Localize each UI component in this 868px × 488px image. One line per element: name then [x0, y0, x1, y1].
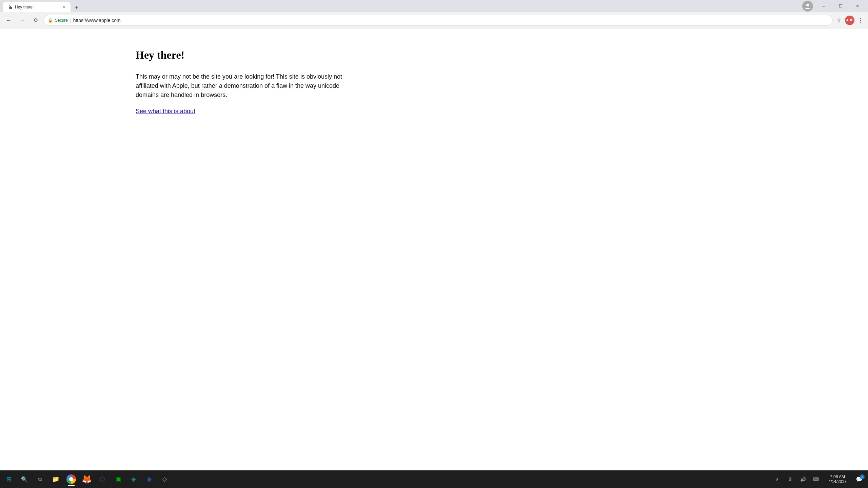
- taskbar-firefox[interactable]: 🦊: [79, 472, 94, 487]
- firefox-icon: 🦊: [82, 474, 92, 484]
- bookmark-button[interactable]: ☆: [834, 16, 844, 25]
- lock-icon: 🔒: [48, 18, 53, 23]
- apple-favicon-icon: [7, 5, 12, 9]
- taskbar-app6[interactable]: ◈: [126, 472, 141, 487]
- app6-icon: ◈: [131, 475, 136, 483]
- reload-button[interactable]: ⟳: [30, 14, 42, 26]
- back-button[interactable]: ←: [3, 14, 15, 26]
- window-controls: ─ ☐ ✕: [816, 1, 865, 11]
- close-button[interactable]: ✕: [850, 1, 865, 11]
- visual-studio-icon: ⬡: [100, 475, 105, 483]
- forward-button[interactable]: →: [16, 14, 28, 26]
- file-explorer-icon: 📁: [52, 475, 59, 483]
- tray-overflow-button[interactable]: ∧: [771, 472, 783, 487]
- secure-label: Secure: [55, 18, 68, 23]
- address-divider: |: [70, 18, 71, 23]
- taskbar-app8[interactable]: ◇: [157, 472, 172, 487]
- page-content: Hey there! This may or may not be the si…: [0, 28, 868, 470]
- taskbar-app-icons: 📁 🦊 ⬡ ▣ ◈ ◉: [48, 472, 172, 487]
- chrome-menu-button[interactable]: ⋮: [856, 16, 865, 25]
- address-url: https://www.apple.com: [73, 18, 121, 23]
- app7-icon: ◉: [146, 475, 152, 483]
- new-tab-button[interactable]: +: [71, 3, 84, 12]
- app5-icon: ▣: [115, 475, 121, 483]
- taskbar-app7[interactable]: ◉: [142, 472, 157, 487]
- keyboard-icon: ⌨: [813, 477, 819, 482]
- clock-date: 4/14/2017: [828, 479, 846, 484]
- tab-strip: Hey there! ✕ +: [3, 0, 801, 12]
- page-paragraph: This may or may not be the site you are …: [136, 72, 353, 100]
- chevron-up-icon: ∧: [776, 477, 779, 482]
- person-icon: [805, 3, 810, 9]
- windows-icon: ⊞: [6, 475, 12, 483]
- notification-badge: 2: [860, 474, 865, 479]
- active-indicator: [68, 485, 75, 486]
- profile-button[interactable]: [802, 1, 813, 12]
- tab-title: Hey there!: [15, 5, 58, 9]
- tab-close-button[interactable]: ✕: [61, 4, 66, 10]
- tab-favicon: [7, 4, 12, 10]
- maximize-button[interactable]: ☐: [833, 1, 848, 11]
- system-tray: ∧ 🖥 🔊 ⌨: [770, 472, 823, 487]
- clock-time: 7:08 AM: [830, 474, 845, 479]
- notification-center-button[interactable]: 💬 2: [852, 472, 867, 487]
- task-view-icon: ⧉: [38, 476, 42, 482]
- taskbar: ⊞ 🔍 ⧉ 📁 🦊 ⬡: [0, 470, 868, 488]
- speaker-icon: 🔊: [800, 476, 806, 482]
- taskbar-file-explorer[interactable]: 📁: [48, 472, 63, 487]
- taskbar-clock[interactable]: 7:08 AM 4/14/2017: [824, 474, 851, 484]
- adblock-button[interactable]: ABP: [845, 16, 854, 25]
- taskbar-search-button[interactable]: 🔍: [17, 472, 32, 487]
- start-button[interactable]: ⊞: [1, 472, 16, 487]
- task-view-button[interactable]: ⧉: [33, 472, 47, 487]
- see-about-link[interactable]: See what this is about: [136, 108, 195, 115]
- taskbar-chrome[interactable]: [64, 472, 79, 487]
- network-icon: 🖥: [788, 476, 792, 482]
- taskbar-app5[interactable]: ▣: [111, 472, 125, 487]
- search-icon: 🔍: [21, 476, 28, 483]
- browser-window: Hey there! ✕ + ─ ☐ ✕ ← → ⟳ 🔒 Secure |: [0, 0, 868, 488]
- app8-icon: ◇: [162, 475, 167, 483]
- tray-keyboard-icon[interactable]: ⌨: [810, 472, 822, 487]
- tray-speaker-icon[interactable]: 🔊: [797, 472, 809, 487]
- chrome-icon: [66, 474, 76, 484]
- title-bar: Hey there! ✕ + ─ ☐ ✕: [0, 0, 868, 12]
- nav-bar: ← → ⟳ 🔒 Secure | https://www.apple.com ☆…: [0, 12, 868, 28]
- svg-point-0: [806, 4, 809, 6]
- tray-network-icon[interactable]: 🖥: [784, 472, 796, 487]
- page-body: Hey there! This may or may not be the si…: [0, 28, 373, 115]
- active-tab[interactable]: Hey there! ✕: [3, 2, 71, 12]
- taskbar-visual-studio[interactable]: ⬡: [95, 472, 110, 487]
- minimize-button[interactable]: ─: [816, 1, 831, 11]
- address-bar[interactable]: 🔒 Secure | https://www.apple.com: [43, 15, 833, 26]
- page-heading: Hey there!: [136, 49, 373, 61]
